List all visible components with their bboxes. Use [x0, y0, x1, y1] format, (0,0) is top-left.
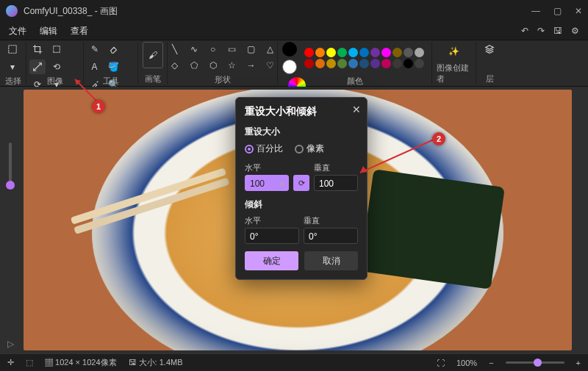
- fit-screen-icon[interactable]: ⛶: [437, 359, 445, 367]
- palette-swatch[interactable]: [359, 59, 369, 68]
- layers-icon[interactable]: [481, 42, 498, 57]
- select-tool-icon[interactable]: [49, 42, 65, 57]
- menu-view[interactable]: 查看: [71, 25, 88, 37]
- dialog-close-icon[interactable]: ✕: [352, 104, 361, 115]
- zoom-in-icon[interactable]: +: [576, 359, 581, 367]
- left-tool-strip: ▷: [0, 87, 21, 353]
- shape-star-icon[interactable]: ☆: [224, 58, 240, 73]
- palette-swatch[interactable]: [315, 48, 325, 57]
- shape-roundrect-icon[interactable]: ▢: [243, 42, 259, 57]
- palette-swatch[interactable]: [381, 48, 391, 57]
- palette-swatch[interactable]: [348, 48, 358, 57]
- palette-swatch[interactable]: [304, 59, 314, 68]
- palette-swatch[interactable]: [337, 59, 347, 68]
- save-icon[interactable]: 🖫: [553, 26, 562, 36]
- shape-line-icon[interactable]: ╲: [167, 42, 183, 57]
- file-size: 🖫 大小: 1.4MB: [129, 357, 183, 368]
- cursor-icon: ▷: [7, 339, 14, 349]
- palette-swatch[interactable]: [326, 59, 336, 68]
- app-icon: [6, 5, 18, 17]
- palette-swatch[interactable]: [381, 59, 391, 68]
- clear-icon[interactable]: ✕: [279, 176, 285, 192]
- dialog-title: 重设大小和倾斜: [245, 105, 358, 118]
- vert-input[interactable]: 100: [314, 175, 358, 191]
- minimize-button[interactable]: —: [531, 6, 540, 16]
- maximize-button[interactable]: ▢: [553, 6, 562, 16]
- palette-swatch[interactable]: [337, 48, 347, 57]
- resize-section-label: 重设大小: [245, 126, 358, 138]
- rotate-left-icon[interactable]: ⟲: [49, 60, 65, 74]
- close-button[interactable]: ✕: [575, 6, 582, 16]
- title-bar: ComfyUI_00338_ - 画图 — ▢ ✕: [0, 0, 588, 22]
- text-icon[interactable]: A: [87, 60, 103, 74]
- palette-swatch[interactable]: [315, 59, 325, 68]
- skew-h-input[interactable]: 0°: [245, 228, 299, 244]
- palette-swatch[interactable]: [404, 48, 413, 57]
- shape-hexagon-icon[interactable]: ⬡: [205, 58, 221, 73]
- shape-curve-icon[interactable]: ∿: [186, 42, 202, 57]
- brush-size-slider[interactable]: [9, 143, 12, 187]
- crop-icon[interactable]: [29, 42, 46, 57]
- group-creator-label: 图像创建者: [437, 62, 471, 84]
- shape-diamond-icon[interactable]: ◇: [167, 58, 183, 73]
- palette-swatch[interactable]: [304, 48, 314, 57]
- horiz-label: 水平: [245, 162, 289, 173]
- annotation-dot-1: 1: [92, 100, 105, 113]
- lock-aspect-icon[interactable]: ⟳: [293, 175, 309, 191]
- group-shapes-label: 形状: [215, 74, 231, 85]
- palette-swatch[interactable]: [392, 59, 402, 68]
- svg-rect-0: [9, 46, 17, 54]
- group-color-label: 颜色: [347, 76, 363, 87]
- select-rect-icon[interactable]: [4, 42, 21, 57]
- undo-icon[interactable]: ↶: [521, 26, 528, 36]
- palette-swatch[interactable]: [326, 48, 336, 57]
- ribbon: ▾ 选择 ⟲ ⟳ ▾ 图像 ✎ A 🪣 🔍 工具 🖌 画笔: [0, 40, 588, 87]
- shape-pentagon-icon[interactable]: ⬠: [186, 58, 202, 73]
- eraser-icon[interactable]: [106, 42, 122, 57]
- svg-rect-1: [53, 46, 60, 53]
- resize-icon[interactable]: [29, 60, 46, 74]
- group-image-label: 图像: [47, 76, 63, 87]
- select-dropdown-icon[interactable]: ▾: [4, 60, 21, 74]
- palette-swatch[interactable]: [415, 59, 424, 68]
- skew-section-label: 倾斜: [245, 198, 358, 211]
- radio-pixel[interactable]: 像素: [295, 143, 324, 155]
- menu-edit[interactable]: 编辑: [40, 25, 57, 37]
- annotation-dot-2: 2: [432, 132, 445, 145]
- resize-skew-dialog: ✕ 重设大小和倾斜 重设大小 百分比 像素 水平 100✕ ⟳ 垂直 100 倾…: [235, 97, 368, 280]
- group-select-label: 选择: [5, 76, 21, 87]
- fill-icon[interactable]: 🪣: [106, 60, 122, 74]
- palette-swatch[interactable]: [404, 59, 413, 68]
- menu-bar: 文件 编辑 查看 ↶ ↷ 🖫 ⚙: [0, 22, 588, 40]
- palette-swatch[interactable]: [392, 48, 402, 57]
- foreground-color[interactable]: [282, 42, 297, 57]
- palette-swatch[interactable]: [370, 48, 380, 57]
- skew-v-input[interactable]: 0°: [304, 228, 358, 244]
- zoom-out-icon[interactable]: −: [489, 359, 493, 367]
- cancel-button[interactable]: 取消: [304, 251, 358, 270]
- window-title: ComfyUI_00338_ - 画图: [24, 5, 531, 18]
- group-tools-label: 工具: [103, 76, 119, 87]
- skew-v-label: 垂直: [304, 215, 358, 226]
- menu-file[interactable]: 文件: [9, 25, 26, 37]
- settings-icon[interactable]: ⚙: [571, 26, 579, 36]
- redo-icon[interactable]: ↷: [537, 26, 545, 36]
- image-creator-icon[interactable]: ✨: [445, 42, 464, 61]
- brush-picker-icon[interactable]: 🖌: [143, 42, 163, 68]
- shape-arrow-icon[interactable]: →: [243, 58, 259, 73]
- shape-triangle-icon[interactable]: △: [262, 42, 279, 57]
- background-color[interactable]: [282, 60, 297, 74]
- radio-percent[interactable]: 百分比: [245, 143, 283, 155]
- palette-swatch[interactable]: [415, 48, 424, 57]
- horiz-input[interactable]: 100✕: [245, 175, 289, 191]
- shape-oval-icon[interactable]: ○: [205, 42, 221, 57]
- palette-swatch[interactable]: [348, 59, 358, 68]
- shape-heart-icon[interactable]: ♡: [262, 58, 279, 73]
- status-bar: ✛ ⬚ ▦ 1024 × 1024像素 🖫 大小: 1.4MB ⛶ 100% −…: [0, 353, 588, 371]
- palette-swatch[interactable]: [359, 48, 369, 57]
- ok-button[interactable]: 确定: [245, 251, 298, 270]
- shape-rect-icon[interactable]: ▭: [224, 42, 240, 57]
- pencil-icon[interactable]: ✎: [87, 42, 103, 57]
- palette-swatch[interactable]: [370, 59, 380, 68]
- zoom-slider[interactable]: [506, 361, 564, 364]
